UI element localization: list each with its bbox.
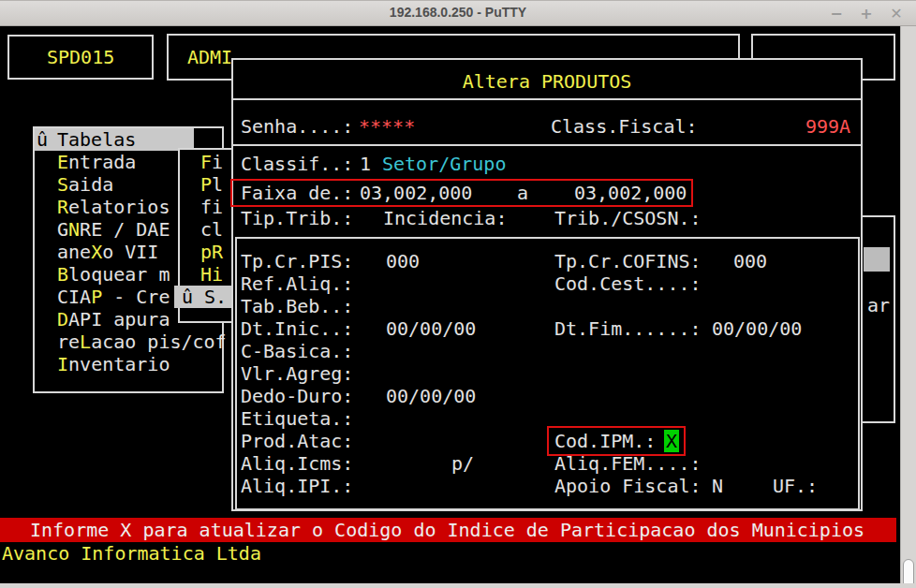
ref-aliq-label: Ref.Aliq.: [241,272,353,295]
tp-cr-pis-value[interactable]: 000 [386,250,420,272]
cod-cest-label: Cod.Cest....: [554,272,702,295]
minimize-button[interactable]: − [824,3,849,25]
submenu-item-label: S. [204,286,227,308]
apoio-fiscal-label: Apoio Fiscal: [554,475,702,497]
background-window-text: ar [867,294,890,316]
tp-cr-cofins-label: Tp.Cr.COFINS: [554,250,702,272]
menu-item-saida[interactable]: Saida [57,173,113,196]
dt-inic-value[interactable]: 00/00/00 [386,317,476,340]
window-titlebar[interactable]: 192.168.0.250 - PuTTY − + ✕ [0,0,916,26]
dt-fim-label: Dt.Fim......: [554,317,702,340]
window-title: 192.168.0.250 - PuTTY [0,5,916,20]
close-button[interactable]: ✕ [884,3,909,25]
status-bar: Informe X para atualizar o Codigo do Ind… [0,518,896,542]
submenu-item-cl[interactable]: cl [200,218,223,241]
selected-marker: û [37,128,48,151]
dialog-title: Altera PRODUTOS [233,70,861,93]
menu-item-tabelas-selected[interactable]: û Tabelas [35,128,194,151]
maximize-button[interactable]: + [854,3,879,25]
uf-label: UF.: [773,475,818,497]
tp-cr-pis-label: Tp.Cr.PIS: [241,250,353,272]
menu-item-relacao-pis-cofins[interactable]: reLacao pis/cof [57,331,227,353]
tp-cr-cofins-value[interactable]: 000 [733,250,767,272]
trib-csosn-label: Trib./CSOSN.: [554,207,702,229]
classif-label: Classif..: [241,153,353,175]
company-footer: Avanco Informatica Ltda [2,542,261,565]
dt-inic-label: Dt.Inic..: [241,317,353,340]
dialog-divider [233,144,861,146]
faixa-highlight-box [230,179,693,207]
selected-marker: û [182,286,193,308]
dialog-divider [233,98,861,100]
menu-item-bloquear[interactable]: Bloquear m [57,263,170,286]
apoio-fiscal-value[interactable]: N [712,475,723,497]
dt-fim-value[interactable]: 00/00/00 [712,317,802,340]
aliq-icms-label: Aliq.Icms: [241,452,353,475]
cod-ipm-input[interactable]: X [664,430,679,452]
menu-item-ciap[interactable]: CIAP - Cre [57,286,170,308]
c-basica-label: C-Basica.: [241,340,353,362]
menu-item-entrada[interactable]: Entrada [57,151,136,173]
aliq-icms-per-label: p/ [451,452,474,475]
terminal-scrollbar[interactable] [900,26,916,583]
submenu-item-fi[interactable]: Fi [200,151,223,173]
etiqueta-label: Etiqueta.: [241,407,353,430]
submenu-item-pr[interactable]: pR [200,241,223,263]
window-frame-bottom [0,583,916,588]
classif-value[interactable]: 1 [360,153,371,175]
module-label: ADMI [187,46,232,68]
submenu-item-fi2[interactable]: fi [200,196,223,218]
altera-produtos-dialog: Altera PRODUTOS Senha....: ***** Class.F… [231,58,863,511]
menu-item-relatorios[interactable]: Relatorios [57,196,170,218]
background-scrollbar-thumb [864,247,890,272]
incidencia-label: Incidencia: [383,207,507,229]
tip-trib-label: Tip.Trib.: [241,207,353,229]
status-message: Informe X para atualizar o Codigo do Ind… [30,519,864,541]
dedo-duro-label: Dedo-Duro: [241,385,353,407]
menu-item-anexo-vii[interactable]: aneXo VII [57,241,158,263]
submenu-item-pl[interactable]: Pl [200,173,223,196]
classif-type: Setor/Grupo [382,153,506,175]
menu-item-inventario[interactable]: Inventario [57,353,170,375]
aliq-ipi-label: Aliq.IPI.: [241,475,353,497]
class-fiscal-value[interactable]: 999A [805,115,850,138]
putty-window: 192.168.0.250 - PuTTY − + ✕ SPD015 ADMI … [0,0,916,588]
menu-item-dapi[interactable]: DAPI apura [57,308,170,331]
menu-item-label: Tabelas [57,128,136,151]
class-fiscal-label: Class.Fiscal: [551,115,698,138]
menu-item-gnre-dae[interactable]: GNRE / DAE [57,218,170,241]
senha-label: Senha....: [241,115,353,138]
senha-value[interactable]: ***** [359,115,415,138]
program-code: SPD015 [47,46,114,68]
submenu-item-hi[interactable]: Hi [200,263,223,286]
prod-atac-label: Prod.Atac: [241,430,353,452]
tab-beb-label: Tab.Beb..: [241,295,353,317]
dedo-duro-value[interactable]: 00/00/00 [386,385,476,407]
vlr-agreg-label: Vlr.Agreg: [241,362,353,385]
